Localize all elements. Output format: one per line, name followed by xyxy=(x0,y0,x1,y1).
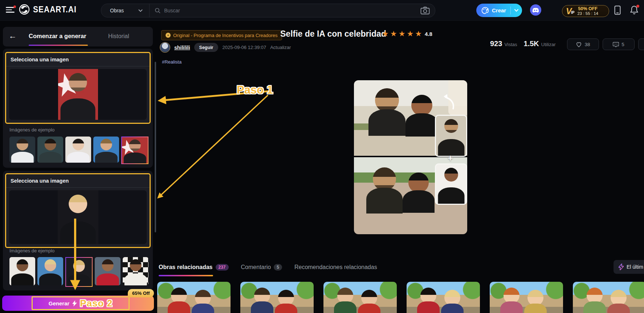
search-icon xyxy=(155,8,160,13)
example-thumb-red-sequin-dress[interactable] xyxy=(95,257,121,285)
like-button[interactable]: 38 xyxy=(567,38,599,50)
related-card-6[interactable] xyxy=(573,282,644,313)
examples-label-1: Imágenes de ejemplo xyxy=(9,127,54,133)
reference-inset-man xyxy=(435,115,467,157)
lightning-icon xyxy=(72,300,77,306)
example-thumb-kpop-idol[interactable] xyxy=(65,137,91,163)
example-thumb-rihanna-white-top[interactable] xyxy=(9,257,35,285)
example-thumb-justin-bieber[interactable] xyxy=(93,137,119,163)
lightning-gradient-icon xyxy=(619,264,624,270)
seaart-app: Paso 1 SEAART.AI Obras xyxy=(0,0,644,313)
example-thumb-dwayne-johnson[interactable] xyxy=(37,137,63,163)
chevron-down-icon xyxy=(138,9,143,12)
active-content-tab-underline xyxy=(159,275,213,276)
search-divider xyxy=(149,4,150,17)
selfie-man xyxy=(375,88,399,112)
create-chevron-icon[interactable] xyxy=(514,9,519,12)
menu-icon[interactable] xyxy=(6,7,15,13)
related-works-label: Obras relacionadas xyxy=(159,264,213,271)
generate-button[interactable]: Generar Paso 2 xyxy=(2,296,154,311)
related-card-3[interactable] xyxy=(323,282,397,313)
comment-button[interactable]: 5 xyxy=(603,38,635,50)
related-card-2[interactable] xyxy=(240,282,314,313)
post-actions: 38 5 2 xyxy=(567,38,644,50)
logo-text: SEAART.AI xyxy=(33,4,77,15)
plus-icon: + xyxy=(448,153,453,163)
avatar[interactable] xyxy=(160,42,170,53)
post-stats: 923 Vistas 1.5K Utilizar xyxy=(490,40,560,48)
search-input[interactable] xyxy=(160,7,420,14)
selfie-woman xyxy=(411,95,432,116)
rating-value: 4.8 xyxy=(425,31,432,37)
menu-notification-dot xyxy=(13,5,16,8)
active-tab-underline xyxy=(29,45,88,46)
latest-label: El últim xyxy=(627,264,643,270)
discount-badge: 65% Off xyxy=(128,289,154,297)
selected-image-well-2[interactable] xyxy=(9,190,147,244)
camera-search-icon[interactable] xyxy=(420,7,430,15)
follow-button[interactable]: Seguir xyxy=(194,43,219,52)
example-thumb-cristiano-ronaldo[interactable] xyxy=(9,137,35,163)
original-program-badge[interactable]: ★ Original - Programa de Incentivos para… xyxy=(161,30,282,40)
comment-icon xyxy=(613,42,619,47)
discord-icon[interactable] xyxy=(530,4,541,16)
notifications-icon[interactable] xyxy=(630,5,638,16)
related-card-1[interactable] xyxy=(157,282,231,313)
palette-icon xyxy=(481,7,489,14)
tab-comments[interactable]: Comentario 5 xyxy=(241,264,282,271)
tab-start-generating[interactable]: Comenzar a generar xyxy=(29,33,86,40)
heart-icon xyxy=(576,42,582,47)
medal-icon: ★ xyxy=(166,33,171,38)
create-label: Crear xyxy=(492,7,506,13)
annotation-step-1: Paso 1 xyxy=(237,84,273,97)
example-thumbs-row-1: ★ xyxy=(9,137,148,164)
create-divider xyxy=(510,7,511,15)
original-badge-label: Original - Programa de Incentivos para C… xyxy=(173,33,278,38)
content-tabs: Obras relacionadas 237 Comentario 5 Reco… xyxy=(159,264,377,271)
example-thumb-taylor-swift-selected[interactable] xyxy=(65,257,93,287)
post-image[interactable]: + xyxy=(354,80,467,234)
mobile-app-icon[interactable] xyxy=(614,5,621,16)
related-works-count: 237 xyxy=(216,264,229,271)
image-select-card-2: Selecciona una imagen Imágenes de ejempl… xyxy=(3,171,153,290)
panel-title: Selecciona una imagen xyxy=(6,174,150,188)
related-card-4[interactable] xyxy=(407,282,480,313)
related-card-5[interactable] xyxy=(490,282,563,313)
tab-related-works[interactable]: Obras relacionadas 237 xyxy=(159,264,229,271)
examples-label-2: Imágenes de ejemplo xyxy=(9,248,54,253)
recommendations-label: Recomendaciones relacionadas xyxy=(294,264,377,271)
vip-badge[interactable]: VIP 50% OFF 23 : 55 : 14 xyxy=(562,5,609,17)
rating-stars[interactable]: ★★★★★ xyxy=(382,29,423,38)
sidebar-tabbar: ← Comenzar a generar Historial xyxy=(3,27,153,46)
example-thumb-blonde-sunglasses[interactable] xyxy=(37,257,63,285)
select-image-panel-2: Selecciona una imagen xyxy=(5,173,151,248)
create-button[interactable]: Crear xyxy=(476,4,522,17)
sidebar-scrollbar[interactable] xyxy=(155,62,156,232)
author-name[interactable]: shililili xyxy=(174,45,190,50)
example-thumb-robert-downey-jr-selected[interactable]: ★ xyxy=(121,137,148,164)
vip-countdown: 23 : 55 : 14 xyxy=(577,11,598,16)
latest-button[interactable]: El últim xyxy=(614,260,644,274)
tag-realista[interactable]: #Realista xyxy=(162,59,182,65)
tab-history[interactable]: Historial xyxy=(108,33,129,40)
logo[interactable]: SEAART.AI xyxy=(19,4,77,15)
selected-image-well-1[interactable]: ★ xyxy=(9,69,147,120)
share-button[interactable]: 2 xyxy=(638,38,644,50)
vip-ip: IP xyxy=(571,11,574,15)
search-bar: Obras xyxy=(101,4,435,17)
category-select[interactable]: Obras xyxy=(101,8,149,13)
views-label: Vistas xyxy=(504,42,517,47)
curved-arrow-icon xyxy=(439,93,455,111)
like-count: 38 xyxy=(584,42,590,47)
example-thumb-rihanna-checkered[interactable] xyxy=(123,257,148,285)
image-select-card-1: Selecciona una imagen ★ Imágenes de ejem… xyxy=(3,49,153,168)
views-value: 923 xyxy=(490,40,502,48)
related-works-row xyxy=(157,282,644,313)
selected-image-taylor-swift xyxy=(58,190,98,244)
selected-image-robert-downey-jr: ★ xyxy=(58,69,98,120)
uses-label: Utilizar xyxy=(541,42,556,47)
annotation-step-2: Paso 2 xyxy=(80,298,113,309)
tab-recommendations[interactable]: Recomendaciones relacionadas xyxy=(294,264,377,271)
panel-title: Selecciona una imagen xyxy=(6,53,150,66)
back-arrow-icon[interactable]: ← xyxy=(9,31,17,41)
